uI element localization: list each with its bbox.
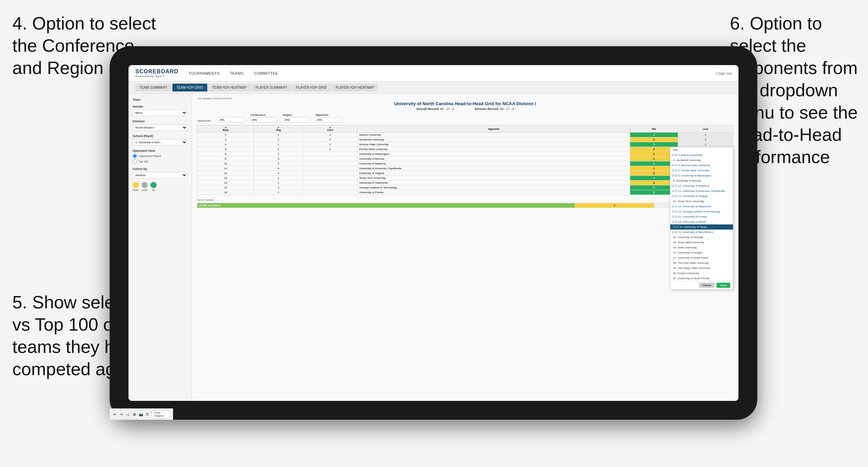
- tab-player-summary[interactable]: PLAYER SUMMARY: [252, 84, 291, 91]
- tab-team-h2h-grid[interactable]: TEAM H2H GRID: [172, 84, 207, 91]
- filter-conference-select[interactable]: (All): [250, 117, 278, 122]
- dropdown-item[interactable]: 24. Duke University: [670, 245, 733, 250]
- cell-opponent: University of Florida: [357, 190, 630, 195]
- dropdown-item[interactable]: ☑ 10. University of Alabama: [670, 183, 733, 188]
- cell-conf: [303, 181, 357, 185]
- cell-conf: 3: [303, 142, 357, 147]
- radio-top100[interactable]: Top 100: [133, 159, 187, 164]
- opponents-filter-select[interactable]: (All): [218, 117, 245, 122]
- cell-conf: [303, 185, 357, 190]
- dropdown-item[interactable]: ☑ 14. University of Oklahoma: [670, 204, 733, 209]
- dropdown-item[interactable]: 3. Vanderbilt University: [670, 158, 733, 163]
- dropdown-item[interactable]: ☑ 20. University of Texas: [670, 224, 733, 230]
- radio-opponents-played[interactable]: Opponents Played: [133, 154, 187, 158]
- dropdown-item[interactable]: ☑ 4. Arizona State University: [670, 163, 733, 168]
- cell-rag: 2: [254, 190, 303, 195]
- grid-title: University of North Carolina Head-to-Hea…: [197, 101, 733, 106]
- annotation-top-left-line3: and Region: [12, 58, 103, 78]
- dropdown-item[interactable]: ☑ 6. Florida State University: [670, 168, 733, 173]
- tab-player-h2h-heatmap[interactable]: PLAYER H2H HEATMAP: [332, 84, 378, 91]
- opponent-dropdown[interactable]: (All)☑ 2. Auburn University3. Vanderbilt…: [670, 147, 733, 290]
- cell-opponent: Auburn University: [357, 133, 630, 137]
- nav-bar: SCOREBOARD Powered by Sport TOURNAMENTS …: [129, 65, 738, 82]
- cell-opponent: Arizona State University: [357, 142, 630, 147]
- filter-region-select[interactable]: (All): [283, 117, 310, 122]
- dropdown-item[interactable]: ☑ 2. Auburn University: [670, 152, 733, 158]
- cell-opponent: University of Arkansas, Fayetteville: [357, 166, 630, 171]
- sidebar: Team Gender Men's Division NCAA Division…: [129, 94, 192, 401]
- cell-rag: 2: [254, 181, 303, 185]
- sidebar-colour-select[interactable]: Win/loss: [133, 172, 187, 179]
- filter-region-group: Region (All): [283, 113, 310, 122]
- dropdown-item[interactable]: 25. University of Oregon: [670, 250, 733, 255]
- last-updated: Last Updated: 4/7/2024 16:55:38: [197, 97, 733, 100]
- cell-conf: 1: [303, 133, 357, 137]
- radio-top100-input[interactable]: [133, 159, 137, 164]
- table-row: 15 4 Georgia Institute of Technology 5 0: [197, 185, 733, 190]
- cell-rag: 1: [254, 142, 303, 147]
- legend-down-dot: [133, 182, 139, 188]
- table-row: 9 3 University of Arizona 1 0: [197, 157, 733, 161]
- cell-conf: [303, 171, 357, 176]
- sidebar-division-section: Division NCAA Division I: [133, 120, 187, 131]
- col-rag: #Rag: [254, 125, 303, 133]
- sidebar-school-select[interactable]: 1. University of Nort...: [133, 139, 187, 146]
- table-area: Last Updated: 4/7/2024 16:55:38 Universi…: [192, 94, 738, 401]
- sub-nav: TEAM SUMMARY TEAM H2H GRID TEAM H2H HEAT…: [129, 82, 738, 94]
- radio-opponents-played-input[interactable]: [133, 154, 137, 158]
- table-row: 16 2 University of Florida 5 1: [197, 190, 733, 195]
- sidebar-gender-select[interactable]: Men's: [133, 110, 187, 116]
- nav-teams[interactable]: TEAMS: [230, 70, 244, 77]
- dropdown-item[interactable]: 27. University of Notre Dame: [670, 255, 733, 260]
- cell-rank: 14: [197, 181, 254, 185]
- cell-rag: 2: [254, 152, 303, 157]
- dropdown-item[interactable]: 29. San Diego State University: [670, 266, 733, 271]
- cancel-button[interactable]: Cancel: [699, 283, 714, 288]
- dropdown-item[interactable]: 13. Texas Tech University: [670, 199, 733, 204]
- dropdown-item[interactable]: ☑ 11. University of Arkansas, Fayettevil…: [670, 188, 733, 194]
- logo-text: SCOREBOARD: [135, 69, 179, 74]
- cell-loss: 1: [678, 142, 733, 147]
- cell-rank: 10: [197, 161, 254, 166]
- cell-conf: [303, 190, 357, 195]
- cell-conf: [303, 176, 357, 181]
- dropdown-item[interactable]: ☑ 8. University of Washington: [670, 173, 733, 178]
- cell-rank: 11: [197, 166, 254, 171]
- tab-team-summary[interactable]: TEAM SUMMARY: [135, 84, 172, 91]
- cell-rag: 6: [254, 166, 303, 171]
- nav-committee[interactable]: COMMITTEE: [254, 70, 278, 77]
- dropdown-item[interactable]: 30. Purdue University: [670, 271, 733, 276]
- sidebar-team-label: Team: [133, 98, 187, 101]
- col-loss: Loss: [678, 125, 733, 133]
- dropdown-item[interactable]: 22. University of Georgia: [670, 235, 733, 240]
- dropdown-item[interactable]: 28. The Ohio State University: [670, 260, 733, 266]
- sidebar-opponent-view: Opponent View Opponents Played Top 100: [133, 149, 187, 164]
- cell-loss: 1: [678, 133, 733, 137]
- legend-level: Level: [142, 182, 148, 191]
- cell-opponent: University of Virginia: [357, 171, 630, 176]
- apply-button[interactable]: Apply: [717, 283, 730, 288]
- dropdown-item[interactable]: 31. University of North Florida: [670, 276, 733, 281]
- annotation-tr-title: 6. Option to: [730, 13, 822, 33]
- cell-conf: [303, 166, 357, 171]
- tab-team-h2h-heatmap[interactable]: TEAM H2H HEATMAP: [208, 84, 251, 91]
- out-division-win: 1: [575, 203, 654, 208]
- dropdown-item[interactable]: ☑ 12. University of Virginia: [670, 194, 733, 199]
- cell-rag: 1: [254, 133, 303, 137]
- dropdown-item[interactable]: 9. University of Arizona: [670, 178, 733, 183]
- sidebar-division-select[interactable]: NCAA Division I: [133, 124, 187, 131]
- dropdown-item[interactable]: ☑ 16. University of Florida: [670, 214, 733, 219]
- sidebar-colour-section: Colour by Win/loss: [133, 167, 187, 179]
- cell-conf: [303, 157, 357, 161]
- dropdown-item[interactable]: 23. Texas A&M University: [670, 240, 733, 245]
- dropdown-item[interactable]: (All): [670, 147, 733, 152]
- nav-sign-out[interactable]: | Sign out: [716, 71, 732, 75]
- filter-opponent-select[interactable]: (All): [315, 117, 343, 122]
- cell-opponent: University of Oklahoma: [357, 181, 630, 185]
- nav-tournaments[interactable]: TOURNAMENTS: [189, 70, 220, 77]
- dropdown-item[interactable]: ☑ 18. University of Illinois: [670, 219, 733, 224]
- tab-player-h2h-grid[interactable]: PLAYER H2H GRID: [292, 84, 331, 91]
- cell-conf: 2: [303, 137, 357, 142]
- dropdown-item[interactable]: ☑ 15. Georgia Institute of Technology: [670, 209, 733, 214]
- dropdown-item[interactable]: ☑ 21. University of New Mexico: [670, 230, 733, 235]
